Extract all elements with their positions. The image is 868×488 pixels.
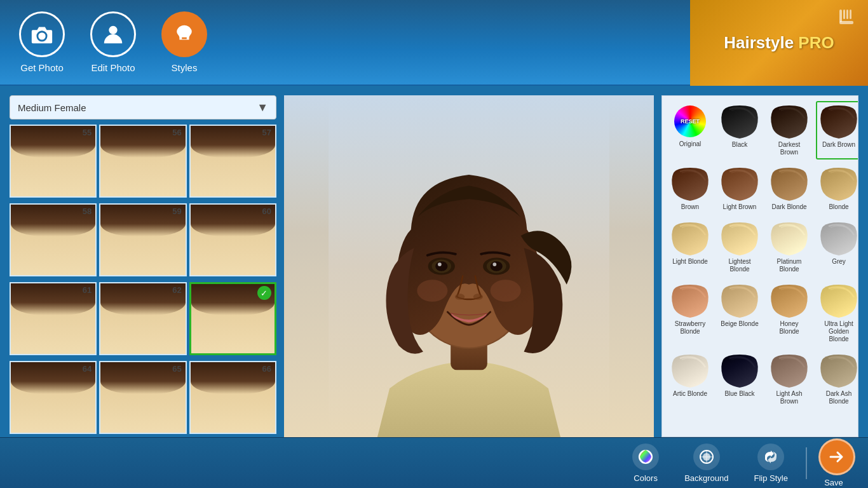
nav-item-styles[interactable]: Styles <box>161 11 207 73</box>
svg-rect-5 <box>839 21 853 24</box>
color-swatch-blue-black[interactable]: Blue Black <box>717 350 763 409</box>
swatch-label-black: Black <box>732 141 747 149</box>
svg-point-16 <box>438 262 442 266</box>
swatch-img-original: RESET <box>674 105 706 137</box>
thumbnail-item-57[interactable]: 57 <box>189 125 276 198</box>
swatch-label-ultra-light-golden-blonde: Ultra Light Golden Blonde <box>819 320 858 343</box>
thumbnail-item-65[interactable]: 65 <box>99 361 186 434</box>
camera-icon <box>30 22 54 46</box>
thumbnail-item-64[interactable]: 64 <box>10 361 97 434</box>
get-photo-label: Get Photo <box>20 62 64 73</box>
svg-point-0 <box>109 26 117 34</box>
color-swatch-black[interactable]: Black <box>717 101 763 159</box>
swatch-img-beige-blonde <box>720 283 759 318</box>
swatch-img-darkest-brown <box>770 104 809 139</box>
thumb-number-62: 62 <box>172 285 181 295</box>
color-swatch-ultra-light-golden-blonde[interactable]: Ultra Light Golden Blonde <box>816 280 858 346</box>
color-swatch-grey[interactable]: Grey <box>816 218 858 276</box>
swatch-img-grey <box>819 221 858 256</box>
thumb-number-66: 66 <box>262 364 271 374</box>
thumb-check-63: ✓ <box>257 286 271 300</box>
thumb-number-61: 61 <box>83 285 92 295</box>
chevron-down-icon: ▼ <box>257 101 268 114</box>
thumb-number-56: 56 <box>172 128 181 137</box>
thumb-number-65: 65 <box>172 364 181 374</box>
swatch-label-original: Original <box>679 140 701 148</box>
svg-point-20 <box>492 262 496 266</box>
color-swatch-dark-ash-blonde[interactable]: Dark Ash Blonde <box>816 350 858 409</box>
swatch-label-darkest-brown: Darkest Brown <box>770 141 809 156</box>
thumb-number-58: 58 <box>83 207 92 216</box>
swatch-label-dark-brown: Dark Brown <box>822 141 855 149</box>
color-swatch-light-blonde[interactable]: Light Blonde <box>667 218 713 276</box>
color-swatch-light-ash-brown[interactable]: Light Ash Brown <box>766 350 812 409</box>
nav-items: Get Photo Edit Photo Styles <box>19 11 207 73</box>
swatch-img-honey-blonde <box>770 283 809 318</box>
swatch-label-brown: Brown <box>681 203 699 211</box>
comb-icon <box>836 6 862 32</box>
swatch-img-light-ash-brown <box>770 353 809 388</box>
swatch-img-platinum-blonde <box>770 221 809 256</box>
svg-point-15 <box>435 261 447 271</box>
thumbnail-item-63[interactable]: ✓ <box>189 282 276 355</box>
thumbnail-item-58[interactable]: 58 <box>10 203 97 276</box>
background-btn-icon <box>698 449 715 465</box>
toolbar-divider <box>806 447 807 479</box>
color-swatch-lightest-blonde[interactable]: Lightest Blonde <box>717 218 763 276</box>
thumbnail-item-60[interactable]: 60 <box>189 203 276 276</box>
hair-icon <box>172 22 196 46</box>
bottom-toolbar: Colors Background Flip Style <box>0 437 868 488</box>
thumb-number-64: 64 <box>83 364 92 374</box>
swatch-label-light-brown: Light Brown <box>723 203 757 211</box>
color-swatch-artic-blonde[interactable]: Artic Blonde <box>667 350 713 409</box>
svg-point-23 <box>417 280 447 302</box>
thumb-number-57: 57 <box>262 128 271 137</box>
swatch-img-lightest-blonde <box>720 221 759 256</box>
header: Get Photo Edit Photo Styles Hairstyl <box>0 0 868 86</box>
color-swatch-blonde[interactable]: Blonde <box>816 163 858 214</box>
color-swatch-beige-blonde[interactable]: Beige Blonde <box>717 280 763 346</box>
flip-btn-icon <box>763 449 779 465</box>
swatch-img-blonde <box>819 166 858 201</box>
svg-rect-4 <box>850 10 851 19</box>
edit-photo-label: Edit Photo <box>91 62 135 73</box>
color-swatch-dark-brown[interactable]: Dark Brown <box>816 101 858 159</box>
svg-point-24 <box>491 280 521 302</box>
save-container: Save <box>812 438 855 487</box>
thumbnail-item-61[interactable]: 61 <box>10 282 97 355</box>
thumbnail-item-62[interactable]: 62 <box>99 282 186 355</box>
color-swatch-strawberry-blonde[interactable]: Strawberry Blonde <box>667 280 713 346</box>
nav-item-edit-photo[interactable]: Edit Photo <box>90 11 136 73</box>
colors-button[interactable]: Colors <box>620 438 672 488</box>
swatch-label-artic-blonde: Artic Blonde <box>673 390 707 398</box>
swatch-label-dark-blonde: Dark Blonde <box>771 203 806 211</box>
thumbnail-item-59[interactable]: 59 <box>99 203 186 276</box>
dropdown-container: Medium Female ▼ <box>10 95 276 119</box>
save-arrow-icon <box>827 447 846 466</box>
person-icon <box>101 22 125 46</box>
swatch-label-blue-black: Blue Black <box>724 390 754 398</box>
color-swatch-darkest-brown[interactable]: Darkest Brown <box>766 101 812 159</box>
nav-item-get-photo[interactable]: Get Photo <box>19 11 65 73</box>
thumbnail-item-55[interactable]: 55 <box>10 125 97 198</box>
swatch-label-grey: Grey <box>832 258 846 266</box>
background-icon <box>693 444 720 470</box>
color-swatch-platinum-blonde[interactable]: Platinum Blonde <box>766 218 812 276</box>
swatch-img-black <box>720 104 759 139</box>
dropdown-value: Medium Female <box>18 102 86 113</box>
color-swatch-dark-blonde[interactable]: Dark Blonde <box>766 163 812 214</box>
svg-point-19 <box>491 261 503 271</box>
background-button[interactable]: Background <box>672 438 741 488</box>
thumbnail-item-66[interactable]: 66 <box>189 361 276 434</box>
logo-text: Hairstyle PRO <box>724 33 834 53</box>
color-swatch-original[interactable]: RESETOriginal <box>667 101 713 159</box>
thumbnail-item-56[interactable]: 56 <box>99 125 186 198</box>
save-button[interactable] <box>818 438 855 475</box>
color-swatch-brown[interactable]: Brown <box>667 163 713 214</box>
color-wheel-icon <box>637 449 654 465</box>
color-swatch-honey-blonde[interactable]: Honey Blonde <box>766 280 812 346</box>
style-category-dropdown[interactable]: Medium Female ▼ <box>10 95 276 119</box>
color-swatch-light-brown[interactable]: Light Brown <box>717 163 763 214</box>
edit-photo-icon-circle <box>90 11 136 57</box>
flip-style-button[interactable]: Flip Style <box>742 438 801 488</box>
